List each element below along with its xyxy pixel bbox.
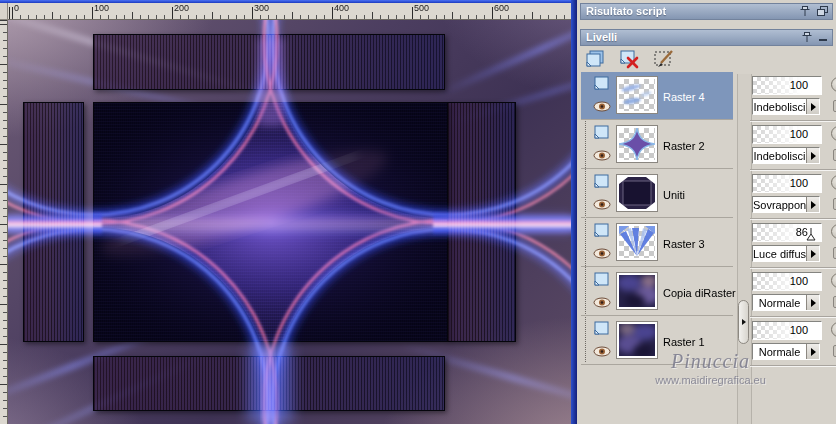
glow-overlay: [8, 20, 571, 424]
canvas-image[interactable]: [8, 20, 571, 424]
blend-mode-value: Sovrapponi: [753, 199, 806, 211]
expand-arrow-icon: [742, 319, 746, 325]
dropdown-arrow-icon: [811, 152, 816, 160]
layer-visibility-eye-icon[interactable]: [593, 147, 611, 165]
raster-layer-icon: [594, 76, 610, 95]
layer-name: Raster 2: [663, 140, 705, 152]
opacity-value: 100: [790, 177, 808, 189]
raster-layer-icon: [594, 321, 610, 340]
layers-toolbar: [585, 49, 673, 69]
dropdown-arrow-button[interactable]: [806, 197, 819, 212]
layer-controls-raster-3: 86 Luce diffusa: [750, 219, 836, 268]
blend-mode-dropdown[interactable]: Indebolisci: [752, 98, 820, 115]
ruler-label: 200: [174, 3, 189, 13]
layer-row-raster-4[interactable]: Raster 4: [581, 72, 733, 120]
ruler-label: 100: [94, 3, 109, 13]
opacity-slider-thumb-icon[interactable]: [806, 227, 816, 245]
blend-mode-dropdown[interactable]: Normale: [752, 294, 820, 311]
blend-mode-value: Indebolisci: [753, 101, 806, 113]
dropdown-arrow-button[interactable]: [806, 148, 819, 163]
delete-layer-button[interactable]: [619, 49, 639, 69]
opacity-value: 100: [790, 128, 808, 140]
opacity-slider[interactable]: 100: [752, 272, 822, 291]
layer-name: Raster 4: [663, 91, 705, 103]
panel-expand-handle[interactable]: [738, 300, 749, 344]
layer-thumbnail[interactable]: [617, 224, 657, 260]
dropdown-arrow-icon: [811, 348, 816, 356]
blend-mode-value: Indebolisci: [753, 150, 806, 162]
layer-thumbnail[interactable]: [617, 322, 657, 358]
layer-row-uniti[interactable]: Uniti: [581, 170, 733, 218]
layer-row-raster-2[interactable]: Raster 2: [581, 121, 733, 169]
opacity-slider[interactable]: 86: [752, 223, 822, 242]
new-layer-button[interactable]: [585, 49, 605, 69]
brush-options-icon[interactable]: [831, 175, 836, 190]
layer-visibility-eye-icon[interactable]: [593, 294, 611, 312]
layer-controls-raster-4: 100 ∠ Indebolisci: [750, 72, 836, 121]
brush-options-icon[interactable]: [831, 126, 836, 141]
dropdown-arrow-button[interactable]: [806, 246, 819, 261]
brush-options-icon[interactable]: [831, 322, 836, 337]
layer-visibility-eye-icon[interactable]: [593, 196, 611, 214]
opacity-slider[interactable]: 100: [752, 125, 822, 144]
dropdown-arrow-icon: [811, 250, 816, 258]
layer-controls-raster-2: 100 ∠ Indebolisci: [750, 121, 836, 170]
minimize-panel-icon[interactable]: [819, 32, 828, 43]
layer-thumbnail[interactable]: [617, 175, 657, 211]
pin-icon[interactable]: [800, 6, 810, 17]
dropdown-arrow-button[interactable]: [806, 99, 819, 114]
layer-controls-raster-1: 100 ∠ Normale: [750, 317, 836, 366]
app-window: 0 100 200 300 400 500 600: [0, 0, 836, 424]
blend-mode-value: Luce diffusa: [753, 248, 806, 260]
layers-panel-title: Livelli: [586, 31, 617, 43]
layer-thumbnail[interactable]: [617, 77, 657, 113]
blend-mode-dropdown[interactable]: Normale: [752, 343, 820, 360]
dropdown-arrow-icon: [811, 201, 816, 209]
blend-mode-dropdown[interactable]: Sovrapponi: [752, 196, 820, 213]
raster-layer-icon: [594, 272, 610, 291]
layer-visibility-eye-icon[interactable]: [593, 343, 611, 361]
ruler-label: 600: [494, 3, 509, 13]
ruler-corner: [0, 3, 8, 20]
brush-options-icon[interactable]: [831, 273, 836, 288]
ruler-label: 300: [254, 3, 269, 13]
layer-row-copia-diraster-1[interactable]: Copia diRaster 1: [581, 268, 733, 316]
opacity-value: 100: [790, 324, 808, 336]
layer-name: Uniti: [663, 189, 685, 201]
script-result-panel-header[interactable]: Risultato script: [580, 3, 833, 20]
dropdown-arrow-icon: [811, 103, 816, 111]
ruler-label: 500: [414, 3, 429, 13]
script-result-title: Risultato script: [586, 5, 666, 17]
layer-name: Raster 3: [663, 238, 705, 250]
raster-layer-icon: [594, 174, 610, 193]
dropdown-arrow-button[interactable]: [806, 344, 819, 359]
layer-visibility-eye-icon[interactable]: [593, 245, 611, 263]
dropdown-arrow-button[interactable]: [806, 295, 819, 310]
opacity-slider[interactable]: 100: [752, 321, 822, 340]
dropdown-arrow-icon: [811, 299, 816, 307]
opacity-value: 100: [790, 79, 808, 91]
horizontal-ruler: 0 100 200 300 400 500 600: [8, 3, 571, 20]
blend-mode-dropdown[interactable]: Luce diffusa: [752, 245, 820, 262]
raster-layer-icon: [594, 223, 610, 242]
blend-mode-value: Normale: [753, 297, 806, 309]
layer-thumbnail[interactable]: [617, 273, 657, 309]
blend-mode-value: Normale: [753, 346, 806, 358]
brush-options-icon[interactable]: [831, 224, 836, 239]
layer-visibility-eye-icon[interactable]: [593, 98, 611, 116]
layers-panel-header[interactable]: Livelli: [580, 29, 833, 46]
ruler-label: 0: [14, 3, 19, 13]
opacity-value: 100: [790, 275, 808, 287]
edit-selection-button[interactable]: [653, 49, 673, 69]
restore-window-icon[interactable]: [817, 6, 828, 17]
vertical-ruler: [0, 20, 8, 424]
blend-mode-dropdown[interactable]: Indebolisci: [752, 147, 820, 164]
layer-row-raster-3[interactable]: Raster 3: [581, 219, 733, 267]
layer-thumbnail[interactable]: [617, 126, 657, 162]
dock-panel-area: Risultato script Livelli: [577, 0, 836, 424]
pin-icon[interactable]: [802, 32, 812, 43]
opacity-slider[interactable]: 100: [752, 76, 822, 95]
brush-options-icon[interactable]: [831, 77, 836, 92]
opacity-slider[interactable]: 100: [752, 174, 822, 193]
layer-row-raster-1[interactable]: Raster 1: [581, 317, 733, 365]
